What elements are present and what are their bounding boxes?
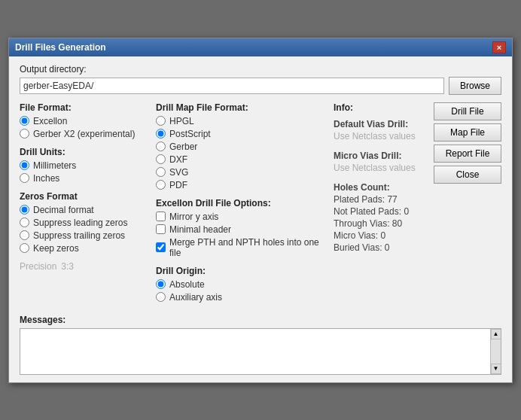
gerber-label: Gerber — [169, 142, 197, 152]
gerber-option[interactable]: Gerber — [156, 142, 329, 152]
file-format-group: Excellon Gerber X2 (experimental) — [20, 116, 151, 139]
postscript-radio[interactable] — [156, 129, 166, 138]
micro-vias-section: Micro Vias Drill: Use Netclass values — [334, 151, 429, 175]
keep-zeros-option[interactable]: Keep zeros — [20, 243, 151, 254]
decimal-radio[interactable] — [20, 205, 29, 215]
dxf-radio[interactable] — [156, 154, 166, 164]
mirror-y-option[interactable]: Mirror y axis — [156, 212, 329, 222]
drill-units-label: Drill Units: — [20, 147, 151, 157]
map-file-button[interactable]: Map File — [434, 123, 501, 142]
file-format-label: File Format: — [20, 102, 151, 113]
mm-label: Millimeters — [33, 160, 76, 171]
keep-zeros-radio[interactable] — [20, 243, 29, 253]
precision-section: Precision 3:3 — [20, 261, 151, 272]
hpgl-radio[interactable] — [156, 116, 166, 126]
output-dir-row: Browse — [20, 77, 501, 95]
drill-map-group: HPGL PostScript Gerber DXF — [156, 116, 329, 190]
absolute-radio[interactable] — [156, 279, 166, 289]
inches-radio[interactable] — [20, 173, 29, 183]
scroll-up-button[interactable]: ▲ — [491, 329, 501, 339]
inches-option[interactable]: Inches — [20, 173, 151, 184]
dxf-option[interactable]: DXF — [156, 154, 329, 165]
decimal-option[interactable]: Decimal format — [20, 205, 151, 215]
keep-zeros-label: Keep zeros — [33, 243, 79, 254]
suppress-leading-radio[interactable] — [20, 218, 29, 227]
not-plated-pads-value: Not Plated Pads: 0 — [334, 206, 429, 217]
buried-vias-value: Buried Vias: 0 — [334, 242, 429, 253]
mm-radio[interactable] — [20, 160, 29, 170]
holes-count-section: Holes Count: Plated Pads: 77 Not Plated … — [334, 182, 429, 254]
title-bar: Drill Files Generation × — [9, 38, 512, 56]
close-button[interactable]: Close — [434, 166, 501, 184]
browse-button[interactable]: Browse — [449, 77, 501, 95]
dialog-content: Output directory: Browse File Format: Ex… — [9, 56, 512, 382]
scroll-track — [491, 339, 501, 364]
left-column: File Format: Excellon Gerber X2 (experim… — [20, 102, 151, 310]
excellon-option[interactable]: Excellon — [20, 116, 151, 126]
drill-origin-group: Absolute Auxiliary axis — [156, 279, 329, 303]
scroll-down-button[interactable]: ▼ — [491, 364, 501, 374]
merge-pth-npth-checkbox[interactable] — [156, 242, 166, 252]
svg-label: SVG — [169, 167, 188, 178]
messages-inner: ▲ ▼ — [20, 329, 501, 374]
pdf-option[interactable]: PDF — [156, 180, 329, 190]
plated-pads-value: Plated Pads: 77 — [334, 194, 429, 205]
precision-value: 3:3 — [61, 261, 74, 272]
mirror-y-checkbox[interactable] — [156, 212, 166, 221]
gerber-x2-label: Gerber X2 (experimental) — [33, 129, 135, 139]
micro-vias-drill-label: Micro Vias Drill: — [334, 151, 429, 161]
minimal-header-checkbox[interactable] — [156, 224, 166, 234]
suppress-leading-label: Suppress leading zeros — [33, 218, 127, 228]
action-buttons: Drill File Map File Report File Close — [434, 102, 501, 310]
merge-pth-npth-option[interactable]: Merge PTH and NPTH holes into one file — [156, 237, 329, 258]
postscript-option[interactable]: PostScript — [156, 129, 329, 139]
output-dir-input[interactable] — [20, 78, 444, 94]
pdf-radio[interactable] — [156, 180, 166, 190]
mid-column: Drill Map File Format: HPGL PostScript — [156, 102, 329, 310]
micro-vias-drill-value: Use Netclass values — [334, 163, 429, 173]
minimal-header-option[interactable]: Minimal header — [156, 224, 329, 235]
gerber-radio[interactable] — [156, 142, 166, 151]
mm-option[interactable]: Millimeters — [20, 160, 151, 171]
drill-origin-section: Drill Origin: Absolute Auxiliary axis — [156, 266, 329, 303]
postscript-label: PostScript — [169, 129, 211, 139]
svg-radio[interactable] — [156, 167, 166, 177]
absolute-label: Absolute — [169, 279, 205, 290]
suppress-trailing-radio[interactable] — [20, 230, 29, 240]
close-icon[interactable]: × — [492, 41, 506, 53]
zeros-format-label: Zeros Format — [20, 191, 151, 202]
gerber-x2-radio[interactable] — [20, 129, 29, 138]
info-label: Info: — [334, 102, 429, 113]
excellon-options-section: Excellon Drill File Options: Mirror y ax… — [156, 198, 329, 258]
scrollbar[interactable]: ▲ ▼ — [490, 329, 501, 374]
main-body: File Format: Excellon Gerber X2 (experim… — [20, 102, 501, 310]
drill-files-dialog: Drill Files Generation × Output director… — [8, 38, 513, 383]
auxiliary-axis-radio[interactable] — [156, 292, 166, 302]
absolute-option[interactable]: Absolute — [156, 279, 329, 290]
zeros-format-group: Decimal format Suppress leading zeros Su… — [20, 205, 151, 254]
info-section: Info: Default Vias Drill: Use Netclass v… — [334, 102, 429, 310]
suppress-leading-option[interactable]: Suppress leading zeros — [20, 218, 151, 228]
micro-vias-value: Micro Vias: 0 — [334, 230, 429, 241]
hpgl-label: HPGL — [169, 116, 194, 126]
drill-map-section: Drill Map File Format: HPGL PostScript — [156, 102, 329, 190]
default-vias-drill-value: Use Netclass values — [334, 131, 429, 142]
excellon-radio[interactable] — [20, 116, 29, 126]
suppress-trailing-option[interactable]: Suppress trailing zeros — [20, 230, 151, 241]
file-format-section: File Format: Excellon Gerber X2 (experim… — [20, 102, 151, 139]
pdf-label: PDF — [169, 180, 187, 190]
drill-file-button[interactable]: Drill File — [434, 102, 501, 120]
decimal-label: Decimal format — [33, 205, 94, 215]
through-vias-value: Through Vias: 80 — [334, 218, 429, 229]
auxiliary-axis-label: Auxiliary axis — [169, 292, 222, 303]
hpgl-option[interactable]: HPGL — [156, 116, 329, 126]
gerber-x2-option[interactable]: Gerber X2 (experimental) — [20, 129, 151, 139]
messages-text — [20, 329, 490, 374]
svg-option[interactable]: SVG — [156, 167, 329, 178]
excellon-options-label: Excellon Drill File Options: — [156, 198, 329, 208]
minimal-header-label: Minimal header — [169, 224, 231, 235]
messages-label: Messages: — [20, 315, 501, 325]
excellon-options-group: Mirror y axis Minimal header Merge PTH a… — [156, 212, 329, 258]
report-file-button[interactable]: Report File — [434, 145, 501, 163]
auxiliary-axis-option[interactable]: Auxiliary axis — [156, 292, 329, 303]
